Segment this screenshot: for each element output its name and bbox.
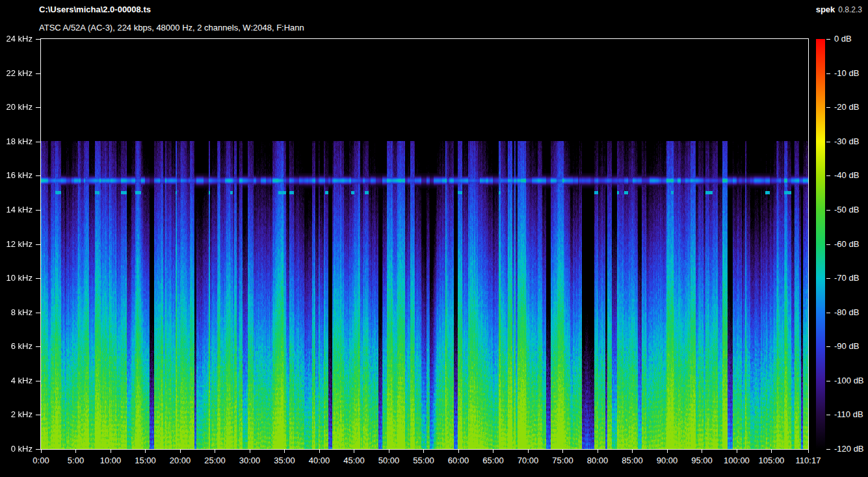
time-tick	[808, 450, 809, 453]
app-version: 0.8.2.3	[838, 5, 862, 14]
freq-tick-label: 18 kHz	[0, 136, 33, 146]
freq-tick	[36, 313, 40, 313]
freq-tick-label: 0 kHz	[0, 444, 33, 454]
legend-tick-label: -90 dB	[834, 341, 859, 351]
time-tick-label: 110:17	[785, 456, 831, 465]
legend-tick-label: -30 dB	[834, 136, 859, 146]
legend-tick-label: -50 dB	[834, 205, 859, 214]
time-tick	[528, 450, 529, 453]
freq-tick-label: 12 kHz	[0, 239, 33, 249]
freq-tick-label: 6 kHz	[0, 341, 33, 351]
time-tick	[319, 450, 320, 453]
legend-tick-label: 0 dB	[834, 34, 852, 44]
freq-tick	[36, 73, 40, 74]
time-tick	[284, 450, 285, 453]
freq-tick	[36, 39, 40, 40]
legend-tick	[826, 278, 830, 279]
spek-window: C:\Users\micha\2.0-00008.ts ATSC A/52A (…	[0, 0, 868, 477]
freq-tick	[36, 278, 40, 279]
legend-tick	[826, 210, 830, 211]
time-tick	[562, 450, 563, 453]
time-tick	[598, 450, 598, 453]
time-tick	[702, 450, 702, 453]
freq-tick-label: 10 kHz	[0, 273, 33, 283]
freq-tick	[36, 107, 40, 108]
legend-tick	[826, 39, 830, 40]
legend-tick-label: -110 dB	[834, 409, 863, 419]
app-brand: spek 0.8.2.3	[816, 5, 862, 14]
spectrogram-canvas	[41, 39, 808, 449]
legend-tick	[826, 244, 830, 245]
legend-tick	[826, 381, 830, 381]
time-tick	[737, 450, 737, 453]
legend-tick-label: -120 dB	[834, 444, 864, 454]
freq-tick-label: 16 kHz	[0, 170, 33, 180]
file-path: C:\Users\micha\2.0-00008.ts	[39, 5, 151, 14]
legend-tick-label: -70 dB	[834, 273, 859, 283]
legend-tick	[826, 73, 830, 74]
freq-tick-label: 24 kHz	[0, 34, 33, 44]
spectrogram-plot	[40, 38, 809, 450]
legend-tick	[826, 449, 830, 450]
legend-tick-label: -60 dB	[834, 239, 859, 249]
legend-tick	[826, 415, 830, 415]
time-tick	[180, 450, 181, 453]
freq-tick	[36, 449, 40, 450]
time-tick	[250, 450, 250, 453]
legend-tick	[826, 313, 830, 313]
freq-tick-label: 14 kHz	[0, 205, 33, 214]
freq-tick-label: 2 kHz	[0, 409, 33, 419]
freq-tick-label: 8 kHz	[0, 307, 33, 317]
time-tick	[771, 450, 772, 453]
time-tick	[493, 450, 493, 453]
time-tick	[145, 450, 146, 453]
legend-tick-label: -100 dB	[834, 376, 864, 385]
time-tick	[667, 450, 668, 453]
time-tick	[75, 450, 76, 453]
legend-tick	[826, 346, 830, 347]
freq-tick	[36, 415, 40, 415]
freq-tick	[36, 142, 40, 142]
freq-tick	[36, 381, 40, 381]
legend-tick	[826, 175, 830, 176]
legend-tick-label: -20 dB	[834, 102, 859, 112]
time-tick	[423, 450, 424, 453]
freq-tick-label: 4 kHz	[0, 376, 33, 385]
freq-tick-label: 20 kHz	[0, 102, 33, 112]
freq-tick	[36, 346, 40, 347]
time-tick	[389, 450, 389, 453]
time-tick	[632, 450, 633, 453]
app-name: spek	[816, 5, 835, 14]
time-tick	[111, 450, 111, 453]
time-tick	[215, 450, 215, 453]
time-tick	[41, 450, 42, 453]
stream-info: ATSC A/52A (AC-3), 224 kbps, 48000 Hz, 2…	[39, 23, 304, 32]
legend-gradient-bar	[816, 39, 825, 449]
freq-tick	[36, 210, 40, 211]
freq-tick	[36, 244, 40, 245]
legend-tick	[826, 107, 830, 108]
freq-tick	[36, 175, 40, 176]
freq-tick-label: 22 kHz	[0, 68, 33, 78]
legend-tick-label: -40 dB	[834, 170, 859, 180]
legend-tick-label: -80 dB	[834, 307, 859, 317]
time-tick	[458, 450, 459, 453]
time-tick	[354, 450, 354, 453]
legend-tick-label: -10 dB	[834, 68, 859, 78]
legend-tick	[826, 142, 830, 142]
